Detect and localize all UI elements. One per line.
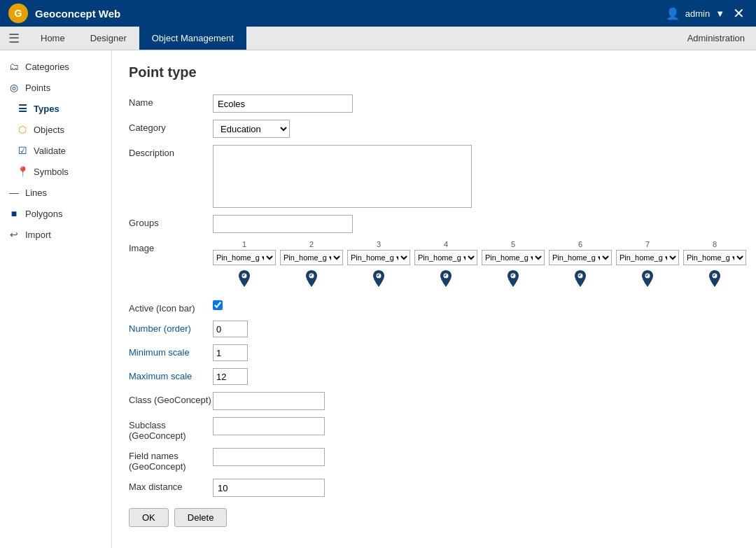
sidebar-item-points[interactable]: ◎ Points — [0, 77, 111, 98]
subclass-label: Subclass (GeoConcept) — [129, 417, 213, 441]
ok-button[interactable]: OK — [129, 508, 169, 527]
slot-select-4[interactable]: Pin_home_g ▾ — [414, 250, 477, 265]
slot-icon-3 — [368, 268, 389, 293]
name-label: Name — [129, 94, 213, 108]
page-title: Point type — [129, 64, 739, 80]
validate-icon: ☑ — [17, 145, 28, 156]
slot-select-2[interactable]: Pin_home_g ▾ — [280, 250, 343, 265]
slot-select-5[interactable]: Pin_home_g ▾ — [482, 250, 545, 265]
slot-icon-1 — [234, 268, 255, 293]
image-slot-3: 3 Pin_home_g ▾ — [347, 240, 410, 293]
sidebar-label-points: Points — [25, 83, 50, 93]
groups-label: Groups — [129, 215, 213, 228]
class-label: Class (GeoConcept) — [129, 392, 213, 405]
class-input[interactable] — [213, 392, 325, 410]
minscale-input[interactable] — [213, 344, 248, 361]
sidebar-item-polygons[interactable]: ■ Polygons — [0, 203, 111, 224]
maxscale-row: Maximum scale — [129, 368, 739, 385]
number-label: Number (order) — [129, 321, 213, 334]
user-icon: 👤 — [666, 7, 680, 20]
layout: 🗂 Categories ◎ Points ☰ Types ⬡ Objects … — [0, 50, 756, 548]
sidebar-item-types[interactable]: ☰ Types — [0, 98, 111, 119]
slot-icon-6 — [570, 268, 591, 293]
menu-icon[interactable]: ☰ — [0, 31, 28, 46]
slot-icon-5 — [503, 268, 524, 293]
slot-icon-4 — [435, 268, 456, 293]
image-row: Image 1 Pin_home_g ▾ 2 Pin_home_g — [129, 240, 739, 293]
navbar: ☰ Home Designer Object Management Admini… — [0, 27, 756, 50]
name-row: Name — [129, 94, 739, 113]
polygons-icon: ■ — [8, 208, 20, 219]
active-label: Active (Icon bar) — [129, 300, 213, 314]
description-label: Description — [129, 145, 213, 158]
sidebar-item-objects[interactable]: ⬡ Objects — [0, 119, 111, 140]
slot-select-3[interactable]: Pin_home_g ▾ — [347, 250, 410, 265]
topbar: G Geoconcept Web 👤 admin ▼ ✕ — [0, 0, 756, 27]
sidebar-label-types: Types — [34, 104, 59, 114]
category-label: Category — [129, 120, 213, 133]
maxdist-input[interactable] — [213, 479, 325, 497]
lines-icon: — — [8, 187, 20, 198]
user-label[interactable]: admin — [685, 8, 710, 19]
app-title: Geoconcept Web — [35, 8, 120, 20]
sidebar-label-import: Import — [25, 230, 51, 240]
category-row: Category Education Transport Health Spor… — [129, 120, 739, 138]
nav-administration[interactable]: Administration — [687, 33, 756, 43]
nav-object-management[interactable]: Object Management — [139, 27, 246, 50]
nav-designer[interactable]: Designer — [78, 27, 139, 50]
image-slots-container: 1 Pin_home_g ▾ 2 Pin_home_g ▾ — [213, 240, 746, 293]
subclass-input[interactable] — [213, 417, 325, 435]
maxscale-input[interactable] — [213, 368, 248, 385]
sidebar-label-polygons: Polygons — [25, 209, 62, 219]
image-slot-8: 8 Pin_home_g ▾ — [683, 240, 746, 293]
description-input[interactable] — [213, 145, 472, 208]
maxscale-label: Maximum scale — [129, 368, 213, 381]
maxdist-label: Max distance — [129, 479, 213, 492]
image-slot-4: 4 Pin_home_g ▾ — [414, 240, 477, 293]
active-checkbox[interactable] — [213, 300, 223, 310]
slot-icon-2 — [301, 268, 322, 293]
sidebar-item-categories[interactable]: 🗂 Categories — [0, 56, 111, 77]
topbar-right: 👤 admin ▼ ✕ — [666, 5, 748, 22]
image-slot-7: 7 Pin_home_g ▾ — [616, 240, 679, 293]
slot-select-8[interactable]: Pin_home_g ▾ — [683, 250, 746, 265]
groups-row: Groups — [129, 215, 739, 233]
name-input[interactable] — [213, 94, 353, 113]
class-row: Class (GeoConcept) — [129, 392, 739, 410]
fieldnames-row: Field names (GeoConcept) — [129, 448, 739, 472]
nav-home[interactable]: Home — [28, 27, 78, 50]
image-slot-6: 6 Pin_home_g ▾ — [549, 240, 612, 293]
app-logo: G — [8, 3, 28, 23]
delete-button[interactable]: Delete — [174, 508, 227, 527]
slot-select-1[interactable]: Pin_home_g ▾ — [213, 250, 276, 265]
slot-icon-8 — [704, 268, 725, 293]
slot-select-6[interactable]: Pin_home_g ▾ — [549, 250, 612, 265]
sidebar-item-symbols[interactable]: 📍 Symbols — [0, 161, 111, 182]
subclass-row: Subclass (GeoConcept) — [129, 417, 739, 441]
points-icon: ◎ — [8, 82, 20, 93]
fieldnames-input[interactable] — [213, 448, 325, 466]
objects-icon: ⬡ — [17, 124, 28, 135]
sidebar-label-categories: Categories — [25, 62, 69, 72]
user-dropdown-icon[interactable]: ▼ — [715, 8, 724, 19]
symbols-icon: 📍 — [17, 166, 28, 177]
sidebar-item-import[interactable]: ↩ Import — [0, 224, 111, 245]
slot-select-7[interactable]: Pin_home_g ▾ — [616, 250, 679, 265]
groups-input[interactable] — [213, 215, 353, 233]
sidebar-label-lines: Lines — [25, 188, 47, 198]
category-select[interactable]: Education Transport Health Sport — [213, 120, 290, 138]
sidebar-item-validate[interactable]: ☑ Validate — [0, 140, 111, 161]
button-row: OK Delete — [129, 508, 739, 527]
number-row: Number (order) — [129, 321, 739, 337]
number-input[interactable] — [213, 321, 248, 337]
image-slot-5: 5 Pin_home_g ▾ — [482, 240, 545, 293]
sidebar-label-symbols: Symbols — [34, 167, 69, 177]
image-label: Image — [129, 240, 213, 253]
close-button[interactable]: ✕ — [730, 5, 748, 22]
sidebar: 🗂 Categories ◎ Points ☰ Types ⬡ Objects … — [0, 50, 112, 548]
image-slot-1: 1 Pin_home_g ▾ — [213, 240, 276, 293]
maxdist-row: Max distance — [129, 479, 739, 497]
fieldnames-label: Field names (GeoConcept) — [129, 448, 213, 472]
description-row: Description — [129, 145, 739, 208]
sidebar-item-lines[interactable]: — Lines — [0, 182, 111, 203]
